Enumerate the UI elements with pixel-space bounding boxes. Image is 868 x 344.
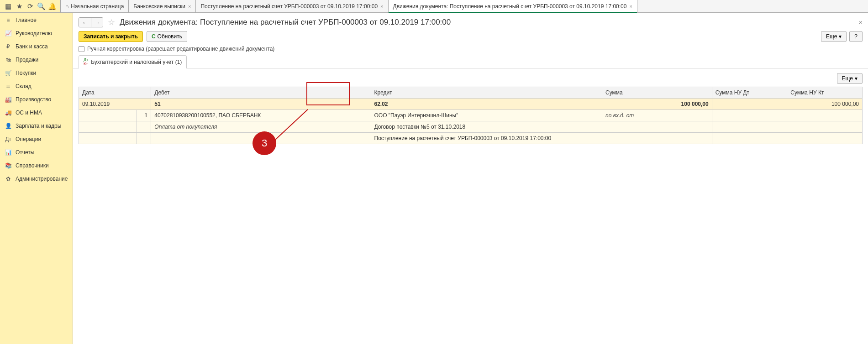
sidebar-item-label: ОС и НМА — [16, 109, 42, 116]
tab-label: Банковские выписки — [133, 3, 185, 10]
more-button[interactable]: Еще ▾ — [821, 31, 847, 42]
cell-sum-note: по вх.д. от — [602, 110, 712, 121]
sidebar-item-label: Главное — [16, 17, 37, 23]
detail-row-2[interactable]: Оплата от покупателя Договор поставки №5… — [79, 121, 863, 133]
sidebar-item-label: Банк и касса — [16, 43, 48, 50]
help-button[interactable]: ? — [849, 31, 863, 42]
tab-label: Начальная страница — [71, 3, 124, 10]
sidebar-item-assets[interactable]: 🚚ОС и НМА — [0, 106, 73, 119]
detail-row-3[interactable]: Поступление на расчетный счет УРБП-00000… — [79, 133, 863, 144]
account-row[interactable]: 09.10.2019 51 62.02 100 000,00 100 000,0… — [79, 99, 863, 110]
cell-empty — [712, 121, 787, 133]
sidebar-item-reports[interactable]: 📊Отчеты — [0, 146, 73, 159]
grid-wrap: Еще ▾ Дата Дебет Кредит Сумма Сумма НУ Д… — [73, 68, 868, 144]
cell-debet-sub2: Оплата от покупателя — [151, 121, 371, 133]
person-icon: 👤 — [5, 123, 12, 129]
tab-label: Движения документа: Поступление на расче… — [393, 3, 627, 10]
close-icon[interactable]: × — [188, 4, 191, 9]
chevron-down-icon: ▾ — [839, 33, 842, 40]
cell-empty — [79, 133, 137, 144]
cell-empty — [787, 133, 863, 144]
sidebar-item-label: Руководителю — [16, 30, 52, 36]
col-sum[interactable]: Сумма — [602, 87, 712, 99]
cell-empty — [602, 121, 712, 133]
cell-debet-account: 51 — [151, 99, 371, 110]
ruble-icon: ₽ — [5, 43, 12, 50]
manual-correction-checkbox[interactable] — [79, 46, 84, 52]
cell-nukt: 100 000,00 — [787, 99, 863, 110]
sidebar-item-main[interactable]: ≡Главное — [0, 13, 73, 26]
star-icon[interactable]: ★ — [14, 1, 25, 12]
cell-number: 1 — [137, 110, 151, 121]
sidebar-item-stock[interactable]: ≣Склад — [0, 79, 73, 93]
toolbar: Записать и закрыть CОбновить Еще ▾ ? — [73, 31, 868, 46]
tab-home[interactable]: ⌂ Начальная страница — [61, 0, 129, 12]
tab-bank-statements[interactable]: Банковские выписки × — [129, 0, 196, 12]
top-icon-strip: ▦ ★ ⟳ 🔍 🔔 — [0, 0, 61, 12]
nav-back-forward: ← → — [79, 17, 103, 27]
home-icon: ⌂ — [65, 3, 68, 10]
col-nukt[interactable]: Сумма НУ Кт — [787, 87, 863, 99]
menu-icon: ≡ — [5, 17, 12, 23]
sidebar-item-label: Склад — [16, 83, 32, 89]
history-icon[interactable]: ⟳ — [25, 1, 36, 12]
sidebar-item-references[interactable]: 📚Справочники — [0, 159, 73, 172]
top-bar: ▦ ★ ⟳ 🔍 🔔 ⌂ Начальная страница Банковски… — [0, 0, 868, 13]
subtab-accounting[interactable]: ДтКт Бухгалтерский и налоговый учет (1) — [79, 55, 187, 68]
barchart-icon: 📊 — [5, 149, 12, 156]
sidebar-item-label: Покупки — [16, 70, 36, 76]
sidebar-item-admin[interactable]: ✿Администрирование — [0, 172, 73, 185]
page-header: ← → ☆ Движения документа: Поступление на… — [73, 13, 868, 31]
entries-grid: Дата Дебет Кредит Сумма Сумма НУ Дт Сумм… — [79, 87, 863, 144]
sidebar-item-sales[interactable]: 🛍Продажи — [0, 53, 73, 66]
col-date[interactable]: Дата — [79, 87, 151, 99]
close-icon[interactable]: × — [629, 4, 632, 9]
refresh-label: Обновить — [158, 33, 182, 40]
save-close-button[interactable]: Записать и закрыть — [79, 31, 143, 42]
sidebar-item-label: Производство — [16, 96, 51, 103]
content-area: ← → ☆ Движения документа: Поступление на… — [73, 13, 868, 344]
close-page-button[interactable]: × — [859, 19, 863, 26]
search-icon[interactable]: 🔍 — [36, 1, 47, 12]
tab-doc-movements[interactable]: Движения документа: Поступление на расче… — [389, 0, 637, 12]
nav-forward-button[interactable]: → — [91, 18, 103, 27]
cell-empty — [151, 133, 371, 144]
subtab-row: ДтКт Бухгалтерский и налоговый учет (1) — [73, 55, 868, 68]
cell-empty — [137, 133, 151, 144]
sidebar-item-payroll[interactable]: 👤Зарплата и кадры — [0, 119, 73, 132]
cell-empty — [712, 110, 787, 121]
col-kredit[interactable]: Кредит — [371, 87, 602, 99]
detail-row-1[interactable]: 1 40702810938200100552, ПАО СБЕРБАНК ООО… — [79, 110, 863, 121]
sidebar-item-bank[interactable]: ₽Банк и касса — [0, 40, 73, 53]
gear-icon: ✿ — [5, 176, 12, 182]
cell-empty — [787, 110, 863, 121]
chevron-down-icon: ▾ — [855, 75, 857, 82]
cell-debet-sub1: 40702810938200100552, ПАО СБЕРБАНК — [151, 110, 371, 121]
cell-date: 09.10.2019 — [79, 99, 151, 110]
dtkt-icon: Дт — [5, 136, 12, 142]
grid-more-button[interactable]: Еще ▾ — [837, 73, 863, 84]
col-debet[interactable]: Дебет — [151, 87, 371, 99]
cell-empty — [787, 121, 863, 133]
grid-header-row: Дата Дебет Кредит Сумма Сумма НУ Дт Сумм… — [79, 87, 863, 99]
chart-up-icon: 📈 — [5, 30, 12, 36]
dtkt-icon: ДтКт — [84, 58, 88, 66]
apps-icon[interactable]: ▦ — [3, 1, 14, 12]
truck-icon: 🚚 — [5, 109, 12, 116]
favorite-star-icon[interactable]: ☆ — [108, 17, 115, 27]
sidebar-item-operations[interactable]: ДтОперации — [0, 132, 73, 146]
refresh-button[interactable]: CОбновить — [147, 31, 187, 42]
nav-back-button[interactable]: ← — [79, 18, 91, 27]
sidebar-item-purchases[interactable]: 🛒Покупки — [0, 66, 73, 79]
close-icon[interactable]: × — [380, 4, 383, 9]
col-nudt[interactable]: Сумма НУ Дт — [712, 87, 787, 99]
sidebar-item-manager[interactable]: 📈Руководителю — [0, 26, 73, 40]
tab-receipt-doc[interactable]: Поступление на расчетный счет УРБП-00000… — [196, 0, 388, 12]
bell-icon[interactable]: 🔔 — [47, 1, 58, 12]
subtab-label: Бухгалтерский и налоговый учет (1) — [91, 59, 182, 65]
cell-kredit-account: 62.02 — [371, 99, 602, 110]
sidebar-item-label: Справочники — [16, 162, 49, 169]
sidebar-item-label: Администрирование — [16, 176, 68, 182]
sidebar-item-production[interactable]: 🏭Производство — [0, 93, 73, 106]
grid-more-label: Еще — [842, 75, 853, 82]
